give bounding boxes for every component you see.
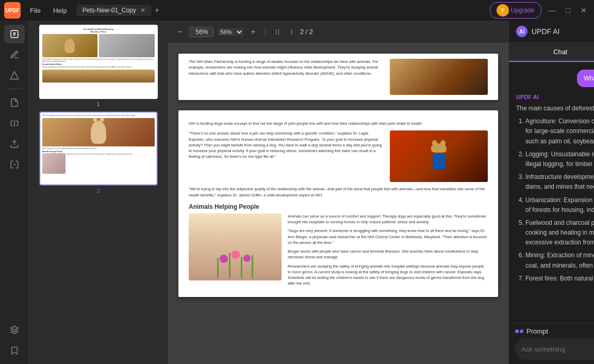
maximize-button[interactable]: □ [563,5,573,15]
close-button[interactable]: ✕ [578,5,590,15]
prompt-dot-2 [520,329,523,333]
menu-help[interactable]: Help [48,5,72,16]
zoom-input[interactable] [189,27,214,37]
sidebar-icon-extract[interactable] [4,135,25,153]
main-area: The Health and Mood-BoostingBenefits of … [0,21,594,364]
ai-prompt-input-row: ➤ [515,338,594,360]
ai-panel: AI UPDF AI Upgrade 🔒 Chat Ask PDF What a… [508,21,594,364]
sidebar-bottom [4,321,25,360]
menu-file[interactable]: File [25,5,46,16]
ai-response-bubble: UPDF AI ⧉ The main causes of deforestati… [516,93,594,287]
ai-logo-icon: AI [516,26,527,37]
svg-marker-1 [10,72,18,79]
minimize-button[interactable]: — [546,5,559,15]
ai-prompt-header: Prompt ▼ [515,327,594,335]
sidebar-icon-layers[interactable] [4,321,25,339]
thumbnail-label-1: 1 [96,101,100,107]
sidebar-icon-shapes[interactable] [4,66,25,85]
tab-document[interactable]: Pets-New-01_Copy ✕ [76,5,152,16]
zoom-in-button[interactable]: + [248,25,258,39]
list-item: Mining: Extraction of minerals and resou… [525,251,594,270]
page-indicator: 2 / 2 [300,28,313,36]
prompt-dots-icon [515,329,523,333]
sidebar-icon-bookmark[interactable] [4,341,25,360]
list-item: Forest fires: Both natural wildfires and… [525,274,594,284]
page-total: 2 [309,28,313,36]
tab-add-button[interactable]: + [152,6,162,15]
ai-header: AI UPDF AI Upgrade 🔒 [509,21,594,43]
upgrade-button[interactable]: Y Upgrade [490,2,541,19]
app-logo: UPDF [4,2,21,19]
toolbar-divider [265,27,266,37]
pdf-toolbar: − 56% 75% 100% + ⟨⟨ ⟨ 2 / 2 [168,21,508,43]
user-message-bubble: What are the main causes of deforestatio… [577,70,594,87]
zoom-out-button[interactable]: − [174,25,185,39]
ai-prompt-input[interactable] [521,345,594,353]
sidebar-icon-annotate[interactable] [4,45,25,64]
ai-response-list: Agriculture: Conversion of forests into … [516,117,594,284]
page-current: 2 [300,28,304,36]
sidebar-icon-redact[interactable] [4,155,25,174]
tab-close-button[interactable]: ✕ [140,7,145,14]
sidebar-icon-pages[interactable] [4,93,25,112]
list-item: Agriculture: Conversion of forests into … [525,117,594,146]
title-bar: UPDF File Help Pets-New-01_Copy ✕ + Y Up… [0,0,594,21]
ai-title-text: UPDF AI [532,27,559,36]
list-item: Urbanization: Expansion of cities and to… [525,195,594,215]
menu-bar: File Help [25,5,72,16]
ai-title: AI UPDF AI [516,26,559,37]
ai-response-text: The main causes of deforestation include… [516,104,594,284]
thumbnail-page-2[interactable]: NIH is funding large-scale surveys to fi… [33,111,163,194]
tab-bar: Pets-New-01_Copy ✕ + [76,5,486,16]
ai-prompt-label: Prompt [515,327,548,335]
page-first-button[interactable]: ⟨⟨ [272,26,283,38]
thumbnail-panel: The Health and Mood-BoostingBenefits of … [29,21,168,364]
page-separator: / [306,28,309,36]
prompt-label-text: Prompt [526,327,548,335]
pdf-viewer: − 56% 75% 100% + ⟨⟨ ⟨ 2 / 2 [168,21,508,364]
tab-label: Pets-New-01_Copy [82,7,136,14]
list-item: Infrastructure development: Construction… [525,172,594,192]
pdf-page-2: NIH is funding large-scale surveys to fi… [178,110,498,297]
left-sidebar [0,21,29,364]
ai-tabs: Chat Ask PDF [509,43,594,62]
sidebar-icon-merge[interactable] [4,114,25,133]
sidebar-icon-edit[interactable] [4,25,25,43]
ai-prompt-bar: Prompt ▼ ➤ [509,323,594,364]
ai-response-label: UPDF AI ⧉ [516,93,594,101]
ai-chat-area[interactable]: What are the main causes of deforestatio… [509,62,594,323]
title-bar-controls: Y Upgrade — □ ✕ [490,2,590,19]
pdf-page-1: The NIH-Mars Partnership is funding a ra… [178,54,498,100]
user-avatar: Y [497,4,509,16]
sidebar-divider [6,89,23,89]
window-controls: — □ ✕ [546,5,590,15]
thumbnail-label-2: 2 [96,188,100,194]
thumbnail-img-2: NIH is funding large-scale surveys to fi… [39,111,158,186]
thumbnail-img-1: The Health and Mood-BoostingBenefits of … [39,25,158,99]
animals-section-heading: Animals Helping People [189,203,488,210]
pdf-content[interactable]: The NIH-Mars Partnership is funding a ra… [168,43,508,364]
zoom-select[interactable]: 56% 75% 100% [218,28,243,36]
list-item: Fuelwood and charcoal production: Depend… [525,218,594,248]
page-prev-button[interactable]: ⟨ [287,26,296,38]
list-item: Logging: Unsustainable logging practices… [525,150,594,169]
prompt-dot-1 [515,329,519,333]
tab-chat[interactable]: Chat [509,43,594,62]
thumbnail-page-1[interactable]: The Health and Mood-BoostingBenefits of … [33,25,163,107]
